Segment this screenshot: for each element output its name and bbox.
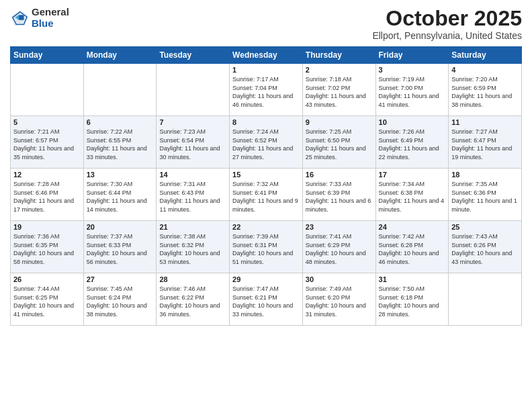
- calendar-cell: [157, 64, 230, 116]
- day-info: Sunrise: 7:27 AM Sunset: 6:47 PM Dayligh…: [451, 128, 519, 161]
- calendar-cell: 2Sunrise: 7:18 AM Sunset: 7:02 PM Daylig…: [302, 64, 375, 116]
- header: General Blue October 2025 Ellport, Penns…: [10, 7, 522, 41]
- day-info: Sunrise: 7:38 AM Sunset: 6:32 PM Dayligh…: [159, 232, 226, 266]
- day-info: Sunrise: 7:44 AM Sunset: 6:25 PM Dayligh…: [13, 285, 81, 318]
- day-number: 27: [87, 275, 154, 283]
- day-info: Sunrise: 7:42 AM Sunset: 6:28 PM Dayligh…: [379, 232, 446, 266]
- day-number: 22: [232, 223, 300, 231]
- day-info: Sunrise: 7:41 AM Sunset: 6:29 PM Dayligh…: [306, 232, 373, 266]
- calendar-cell: 10Sunrise: 7:26 AM Sunset: 6:49 PM Dayli…: [375, 116, 449, 169]
- day-info: Sunrise: 7:33 AM Sunset: 6:39 PM Dayligh…: [306, 180, 373, 214]
- calendar-cell: 27Sunrise: 7:45 AM Sunset: 6:24 PM Dayli…: [83, 273, 157, 326]
- day-info: Sunrise: 7:34 AM Sunset: 6:38 PM Dayligh…: [379, 180, 446, 214]
- day-info: Sunrise: 7:26 AM Sunset: 6:49 PM Dayligh…: [379, 128, 446, 161]
- col-friday: Friday: [375, 47, 449, 64]
- calendar-table: Sunday Monday Tuesday Wednesday Thursday…: [10, 46, 522, 326]
- calendar-cell: [11, 64, 84, 116]
- day-number: 21: [159, 223, 226, 231]
- calendar-cell: 17Sunrise: 7:34 AM Sunset: 6:38 PM Dayli…: [375, 169, 449, 221]
- day-info: Sunrise: 7:25 AM Sunset: 6:50 PM Dayligh…: [306, 128, 373, 161]
- location: Ellport, Pennsylvania, United States: [372, 30, 522, 41]
- calendar-cell: 19Sunrise: 7:36 AM Sunset: 6:35 PM Dayli…: [11, 221, 84, 273]
- day-number: 11: [451, 118, 519, 126]
- day-info: Sunrise: 7:24 AM Sunset: 6:52 PM Dayligh…: [232, 128, 300, 161]
- day-info: Sunrise: 7:19 AM Sunset: 7:00 PM Dayligh…: [379, 75, 446, 109]
- calendar-week-0: 1Sunrise: 7:17 AM Sunset: 7:04 PM Daylig…: [11, 64, 522, 116]
- day-number: 25: [451, 223, 519, 231]
- calendar-cell: 30Sunrise: 7:49 AM Sunset: 6:20 PM Dayli…: [302, 273, 375, 326]
- calendar-cell: 1Sunrise: 7:17 AM Sunset: 7:04 PM Daylig…: [230, 64, 303, 116]
- logo: General Blue: [10, 7, 69, 29]
- calendar-cell: 25Sunrise: 7:43 AM Sunset: 6:26 PM Dayli…: [449, 221, 522, 273]
- day-number: 15: [232, 171, 300, 179]
- day-number: 5: [13, 118, 81, 126]
- day-number: 29: [232, 275, 300, 283]
- day-number: 31: [379, 275, 446, 283]
- calendar-cell: 21Sunrise: 7:38 AM Sunset: 6:32 PM Dayli…: [157, 221, 230, 273]
- calendar-cell: 16Sunrise: 7:33 AM Sunset: 6:39 PM Dayli…: [302, 169, 375, 221]
- calendar-cell: 18Sunrise: 7:35 AM Sunset: 6:36 PM Dayli…: [449, 169, 522, 221]
- calendar-cell: 24Sunrise: 7:42 AM Sunset: 6:28 PM Dayli…: [375, 221, 449, 273]
- page: General Blue October 2025 Ellport, Penns…: [0, 0, 532, 411]
- col-tuesday: Tuesday: [157, 47, 230, 64]
- day-info: Sunrise: 7:30 AM Sunset: 6:44 PM Dayligh…: [87, 180, 154, 214]
- day-number: 18: [451, 171, 519, 179]
- day-info: Sunrise: 7:50 AM Sunset: 6:18 PM Dayligh…: [379, 285, 446, 318]
- day-number: 13: [87, 171, 154, 179]
- day-info: Sunrise: 7:17 AM Sunset: 7:04 PM Dayligh…: [232, 75, 300, 109]
- day-number: 16: [306, 171, 373, 179]
- month-title: October 2025: [372, 7, 522, 30]
- day-number: 20: [87, 223, 154, 231]
- day-info: Sunrise: 7:18 AM Sunset: 7:02 PM Dayligh…: [306, 75, 373, 109]
- day-number: 24: [379, 223, 446, 231]
- day-info: Sunrise: 7:39 AM Sunset: 6:31 PM Dayligh…: [232, 232, 300, 266]
- day-number: 26: [13, 275, 81, 283]
- title-block: October 2025 Ellport, Pennsylvania, Unit…: [372, 7, 522, 41]
- calendar-header-row: Sunday Monday Tuesday Wednesday Thursday…: [11, 47, 522, 64]
- calendar-week-1: 5Sunrise: 7:21 AM Sunset: 6:57 PM Daylig…: [11, 116, 522, 169]
- col-thursday: Thursday: [302, 47, 375, 64]
- calendar-cell: 13Sunrise: 7:30 AM Sunset: 6:44 PM Dayli…: [83, 169, 157, 221]
- col-sunday: Sunday: [11, 47, 84, 64]
- calendar-cell: 6Sunrise: 7:22 AM Sunset: 6:55 PM Daylig…: [83, 116, 157, 169]
- calendar-week-4: 26Sunrise: 7:44 AM Sunset: 6:25 PM Dayli…: [11, 273, 522, 326]
- day-info: Sunrise: 7:31 AM Sunset: 6:43 PM Dayligh…: [159, 180, 226, 214]
- day-number: 1: [232, 66, 300, 74]
- day-number: 8: [232, 118, 300, 126]
- calendar-cell: 20Sunrise: 7:37 AM Sunset: 6:33 PM Dayli…: [83, 221, 157, 273]
- logo-general-text: General: [32, 7, 69, 18]
- calendar-cell: 4Sunrise: 7:20 AM Sunset: 6:59 PM Daylig…: [449, 64, 522, 116]
- day-number: 23: [306, 223, 373, 231]
- day-info: Sunrise: 7:47 AM Sunset: 6:21 PM Dayligh…: [232, 285, 300, 318]
- day-info: Sunrise: 7:21 AM Sunset: 6:57 PM Dayligh…: [13, 128, 81, 161]
- day-info: Sunrise: 7:22 AM Sunset: 6:55 PM Dayligh…: [87, 128, 154, 161]
- calendar-cell: 3Sunrise: 7:19 AM Sunset: 7:00 PM Daylig…: [375, 64, 449, 116]
- calendar-cell: 26Sunrise: 7:44 AM Sunset: 6:25 PM Dayli…: [11, 273, 84, 326]
- col-saturday: Saturday: [449, 47, 522, 64]
- day-info: Sunrise: 7:37 AM Sunset: 6:33 PM Dayligh…: [87, 232, 154, 266]
- day-number: 3: [379, 66, 446, 74]
- calendar-cell: 9Sunrise: 7:25 AM Sunset: 6:50 PM Daylig…: [302, 116, 375, 169]
- day-number: 7: [159, 118, 226, 126]
- day-info: Sunrise: 7:35 AM Sunset: 6:36 PM Dayligh…: [451, 180, 519, 214]
- calendar-cell: 12Sunrise: 7:28 AM Sunset: 6:46 PM Dayli…: [11, 169, 84, 221]
- day-info: Sunrise: 7:49 AM Sunset: 6:20 PM Dayligh…: [306, 285, 373, 318]
- day-info: Sunrise: 7:36 AM Sunset: 6:35 PM Dayligh…: [13, 232, 81, 266]
- day-info: Sunrise: 7:46 AM Sunset: 6:22 PM Dayligh…: [159, 285, 226, 318]
- calendar-cell: 28Sunrise: 7:46 AM Sunset: 6:22 PM Dayli…: [157, 273, 230, 326]
- day-info: Sunrise: 7:28 AM Sunset: 6:46 PM Dayligh…: [13, 180, 81, 214]
- calendar-cell: 14Sunrise: 7:31 AM Sunset: 6:43 PM Dayli…: [157, 169, 230, 221]
- logo-icon: [10, 9, 29, 28]
- calendar-cell: 11Sunrise: 7:27 AM Sunset: 6:47 PM Dayli…: [449, 116, 522, 169]
- logo-text: General Blue: [32, 7, 69, 29]
- calendar-week-2: 12Sunrise: 7:28 AM Sunset: 6:46 PM Dayli…: [11, 169, 522, 221]
- day-number: 9: [306, 118, 373, 126]
- col-monday: Monday: [83, 47, 157, 64]
- logo-blue-text: Blue: [32, 18, 69, 30]
- calendar-cell: 5Sunrise: 7:21 AM Sunset: 6:57 PM Daylig…: [11, 116, 84, 169]
- day-number: 17: [379, 171, 446, 179]
- day-number: 28: [159, 275, 226, 283]
- calendar-cell: 7Sunrise: 7:23 AM Sunset: 6:54 PM Daylig…: [157, 116, 230, 169]
- day-info: Sunrise: 7:23 AM Sunset: 6:54 PM Dayligh…: [159, 128, 226, 161]
- calendar-cell: [83, 64, 157, 116]
